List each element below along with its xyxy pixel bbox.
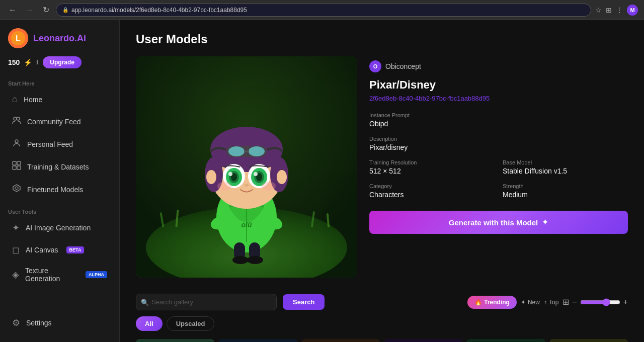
gallery-thumbnail[interactable] [136,339,214,342]
meta-grid: Training Resolution 512 × 512 Base Model… [369,159,628,199]
gallery-controls: 🔍 Search 🔥 Trending ✦ New ↑ Top ⊞ [136,294,628,310]
svg-point-25 [232,256,249,264]
personal-icon [12,138,21,150]
top-icon: ↑ [544,299,547,306]
upgrade-button[interactable]: Upgrade [43,56,82,68]
url-text: app.leonardo.ai/models/2f6ed8eb-8c40-4bb… [71,7,247,14]
description-label: Description [369,136,628,142]
back-button[interactable]: ← [6,5,19,16]
lock-icon: 🔒 [62,7,68,13]
settings-icon: ⚙ [12,317,20,328]
home-icon: ⌂ [12,94,18,105]
page-title: User Models [136,32,628,46]
model-info-panel: O Obiconcept Pixar/Disney 2f6ed8eb-8c40-… [369,56,628,278]
gallery-thumbnail[interactable] [301,339,380,342]
trending-icon: 🔥 [474,299,482,306]
search-icon: 🔍 [141,298,149,306]
start-here-label: Start Here [0,76,119,89]
logo-avatar: L [8,28,28,48]
trending-label: Trending [484,299,510,306]
sidebar-item-community-feed-label: Community Feed [27,118,81,126]
svg-rect-8 [13,166,16,169]
svg-rect-9 [17,166,21,169]
base-model-label: Base Model [503,159,628,165]
gallery-thumbnail[interactable] [218,339,297,342]
category-value: Characters [369,191,495,199]
svg-point-50 [277,170,287,184]
sidebar-item-community-feed[interactable]: Community Feed [4,111,115,132]
zoom-out-button[interactable]: − [572,298,577,307]
sidebar-item-ai-image[interactable]: ✦ AI Image Generation [4,217,115,238]
token-info-button[interactable]: ℹ [36,59,39,66]
bookmark-button[interactable]: ☆ [595,6,602,14]
logo-area: L Leonardo.Ai [0,28,119,56]
generate-btn-label: Generate with this Model [449,218,538,227]
svg-point-48 [262,182,276,191]
model-creator: O Obiconcept [369,60,628,72]
filter-tabs: All Upscaled [136,316,628,331]
trending-button[interactable]: 🔥 Trending [467,296,517,309]
svg-text:L: L [16,34,21,43]
search-input[interactable] [136,294,277,310]
sidebar-item-personal-feed-label: Personal Feed [27,140,73,148]
model-id: 2f6ed8eb-8c40-4bb2-97bc-fbc1aab88d95 [369,95,628,102]
instance-prompt-row: Instance Prompt Obipd [369,112,628,128]
svg-point-26 [247,256,263,264]
sidebar-item-home-label: Home [24,96,42,104]
new-label: New [528,299,540,306]
model-image-container: olü [136,56,357,278]
model-name: Pixar/Disney [369,78,628,92]
sidebar-item-finetuned[interactable]: Finetuned Models [4,179,115,200]
svg-rect-7 [17,161,21,165]
new-button[interactable]: ✦ New [521,299,540,306]
grid-view-button[interactable]: ⊞ [562,297,569,307]
gallery-grid [136,339,628,342]
token-icon: ⚡ [24,58,32,66]
svg-rect-64 [466,339,545,342]
strength-row: Strength Medium [503,183,628,199]
sidebar-item-settings[interactable]: ⚙ Settings [4,312,115,333]
generate-btn-icon: ✦ [542,218,548,227]
sidebar-item-personal-feed[interactable]: Personal Feed [4,133,115,155]
app-container: L Leonardo.Ai 150 ⚡ ℹ Upgrade Start Here… [0,20,644,342]
refresh-button[interactable]: ↻ [40,4,52,16]
token-count: 150 [8,58,20,66]
svg-point-45 [254,172,258,176]
search-button[interactable]: Search [283,294,325,310]
svg-point-46 [245,184,249,187]
strength-value: Medium [503,191,628,199]
sidebar-item-settings-label: Settings [26,319,52,327]
top-button[interactable]: ↑ Top [544,299,558,306]
forward-button[interactable]: → [23,5,36,16]
svg-point-3 [14,117,17,120]
category-row: Category Characters [369,183,495,199]
svg-text:olü: olü [242,221,252,229]
svg-point-47 [217,182,231,191]
creator-name: Obiconcept [385,62,421,70]
sidebar: L Leonardo.Ai 150 ⚡ ℹ Upgrade Start Here… [0,20,120,342]
ai-image-icon: ✦ [12,222,20,233]
sidebar-item-training[interactable]: Training & Datasets [4,156,115,178]
base-model-value: Stable Diffusion v1.5 [503,167,628,175]
gallery-thumbnail[interactable] [384,339,462,342]
training-resolution-row: Training Resolution 512 × 512 [369,159,495,175]
svg-marker-10 [13,185,20,192]
zoom-slider[interactable] [580,298,620,306]
alpha-badge: ALPHA [86,271,107,278]
sidebar-item-texture[interactable]: ◈ Texture Generation ALPHA [4,262,115,288]
filter-all-tab[interactable]: All [136,316,163,331]
filter-upscaled-tab[interactable]: Upscaled [167,316,215,331]
svg-point-40 [228,172,232,176]
address-bar: 🔒 app.leonardo.ai/models/2f6ed8eb-8c40-4… [56,4,591,17]
menu-button[interactable]: ⋮ [616,6,623,14]
extensions-button[interactable]: ⊞ [606,6,612,14]
zoom-in-button[interactable]: + [623,298,628,307]
sidebar-item-ai-canvas[interactable]: ◻ AI Canvas BETA [4,239,115,261]
sidebar-item-home[interactable]: ⌂ Home [4,89,115,110]
user-tools-label: User Tools [0,205,119,217]
texture-icon: ◈ [12,269,19,280]
generate-button[interactable]: Generate with this Model ✦ [369,211,628,234]
browser-user-avatar[interactable]: M [627,5,638,16]
gallery-thumbnail[interactable] [466,339,545,342]
gallery-thumbnail[interactable] [549,339,628,342]
